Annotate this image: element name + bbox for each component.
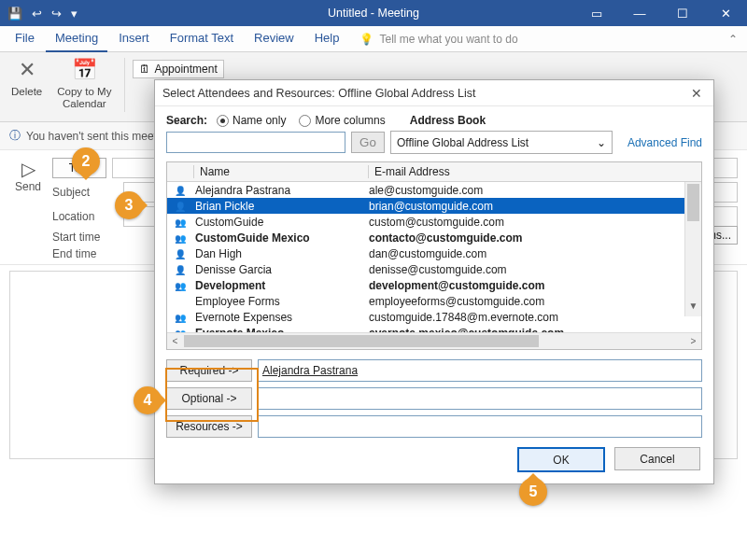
group-icon (167, 217, 193, 228)
tab-file[interactable]: File (6, 26, 44, 52)
scroll-thumb-h[interactable] (184, 335, 539, 347)
address-book-label: Address Book (410, 114, 486, 127)
contact-row[interactable]: Denisse Garciadenisse@customguide.com (167, 261, 701, 277)
required-field[interactable]: Alejandra Pastrana (258, 359, 702, 382)
contact-email: dan@customguide.com (363, 247, 701, 260)
ribbon-tabs: File Meeting Insert Format Text Review H… (0, 26, 747, 52)
contact-row[interactable]: Evernote Mexicoevernote.mexico@customgui… (167, 325, 701, 332)
group-icon (167, 280, 193, 291)
send-button[interactable]: Send (9, 180, 47, 193)
appointment-button[interactable]: 🗓 Appointment (133, 60, 223, 78)
contact-name: Employee Forms (193, 295, 363, 308)
search-input[interactable] (166, 132, 345, 153)
contacts-list: Name E-mail Address Alejandra Pastranaal… (166, 161, 702, 350)
contact-row[interactable]: CustomGuide Mexicocontacto@customguide.c… (167, 230, 701, 245)
close-button[interactable]: ✕ (704, 0, 747, 26)
contact-row[interactable]: Dan Highdan@customguide.com (167, 245, 701, 261)
scroll-left-icon[interactable]: < (167, 333, 183, 349)
person-icon (167, 264, 193, 275)
collapse-ribbon-icon[interactable]: ⌃ (723, 33, 743, 46)
ribbon-separator (124, 58, 125, 112)
scroll-right-icon[interactable]: > (685, 333, 701, 349)
advanced-find-link[interactable]: Advanced Find (627, 136, 702, 149)
radio-name-only[interactable]: Name only (217, 114, 286, 127)
contact-name: Alejandra Pastrana (193, 184, 363, 197)
tell-me-label: Tell me what you want to do (379, 33, 517, 46)
step-badge-2: 2 (72, 147, 100, 175)
col-icon[interactable] (167, 165, 194, 178)
dialog-titlebar: Select Attendees and Resources: Offline … (155, 80, 713, 106)
info-icon: ⓘ (9, 128, 21, 144)
vertical-scrollbar[interactable]: ▲ ▼ (684, 182, 701, 316)
radio-more-columns[interactable]: More columns (299, 114, 385, 127)
tab-insert[interactable]: Insert (109, 26, 159, 52)
undo-icon[interactable]: ↩ (32, 7, 42, 21)
contact-name: Evernote Expenses (193, 311, 363, 324)
group-icon (167, 312, 193, 323)
contact-row[interactable]: Alejandra Pastranaale@customguide.com (167, 182, 701, 198)
contact-email: brian@customguide.com (363, 200, 701, 213)
delete-icon: ✕ (19, 56, 35, 84)
contact-name: CustomGuide Mexico (193, 231, 363, 245)
minimize-button[interactable]: — (618, 0, 661, 26)
resources-field[interactable] (258, 415, 702, 438)
dialog-footer: OK Cancel (155, 438, 713, 483)
contact-row[interactable]: Evernote Expensescustomguide.17848@m.eve… (167, 309, 701, 325)
qat-dropdown-icon[interactable]: ▾ (71, 7, 78, 21)
scroll-down-icon[interactable]: ▼ (685, 301, 701, 316)
lightbulb-icon: 💡 (359, 33, 374, 46)
contact-row[interactable]: Developmentdevelopment@customguide.com (167, 277, 701, 293)
subject-label: Subject (52, 186, 118, 199)
contact-email: employeeforms@customguide.com (363, 295, 701, 308)
dialog-close-button[interactable]: ✕ (687, 86, 706, 101)
person-icon (167, 185, 193, 196)
contact-name: Brian Pickle (193, 200, 363, 213)
tab-meeting[interactable]: Meeting (46, 26, 107, 52)
maximize-button[interactable]: ☐ (661, 0, 704, 26)
start-time-label: Start time (52, 231, 118, 244)
contacts-list-body[interactable]: Alejandra Pastranaale@customguide.comBri… (167, 182, 701, 332)
highlight-required-optional (165, 368, 259, 422)
col-email[interactable]: E-mail Address (369, 165, 701, 178)
contact-name: Development (193, 279, 363, 292)
appointment-icon: 🗓 (139, 63, 150, 76)
person-icon (167, 248, 193, 259)
contacts-list-header: Name E-mail Address (167, 162, 701, 182)
dialog-title: Select Attendees and Resources: Offline … (162, 87, 475, 100)
contact-email: development@customguide.com (363, 279, 701, 292)
address-book-select[interactable]: Offline Global Address List ⌄ (390, 131, 613, 154)
address-book-value: Offline Global Address List (397, 136, 529, 149)
tell-me[interactable]: 💡 Tell me what you want to do (359, 33, 517, 46)
tab-review[interactable]: Review (245, 26, 303, 52)
chevron-down-icon: ⌄ (597, 136, 606, 149)
window-controls: ▭ — ☐ ✕ (575, 0, 747, 26)
contact-email: denisse@customguide.com (363, 263, 701, 276)
optional-field[interactable] (258, 387, 702, 410)
tab-format-text[interactable]: Format Text (161, 26, 243, 52)
contact-row[interactable]: Employee Formsemployeeforms@customguide.… (167, 293, 701, 309)
ribbon-options-button[interactable]: ▭ (575, 0, 618, 26)
radio-dot-icon (217, 115, 229, 127)
step-badge-4: 4 (134, 386, 162, 414)
go-button[interactable]: Go (351, 132, 385, 153)
contact-name: Denisse Garcia (193, 263, 363, 276)
contact-row[interactable]: CustomGuidecustom@customguide.com (167, 214, 701, 230)
scroll-thumb[interactable] (687, 184, 699, 221)
cancel-button[interactable]: Cancel (614, 447, 700, 470)
contact-email: custom@customguide.com (363, 216, 701, 229)
end-time-label: End time (52, 247, 118, 260)
redo-icon[interactable]: ↪ (51, 7, 62, 21)
copy-to-calendar-button[interactable]: 📅 Copy to My Calendar (51, 56, 117, 116)
save-icon[interactable]: 💾 (7, 7, 22, 21)
radio-dot-icon (299, 115, 311, 127)
contact-email: ale@customguide.com (363, 184, 701, 197)
horizontal-scrollbar[interactable]: < > (167, 332, 701, 349)
select-attendees-dialog: Select Attendees and Resources: Offline … (154, 79, 714, 484)
search-label: Search: (166, 114, 207, 127)
contact-row[interactable]: Brian Picklebrian@customguide.com (167, 198, 701, 214)
contact-email: customguide.17848@m.evernote.com (363, 311, 701, 324)
group-icon (167, 232, 193, 244)
delete-button[interactable]: ✕ Delete (6, 56, 48, 116)
tab-help[interactable]: Help (305, 26, 349, 52)
col-name[interactable]: Name (194, 165, 369, 178)
